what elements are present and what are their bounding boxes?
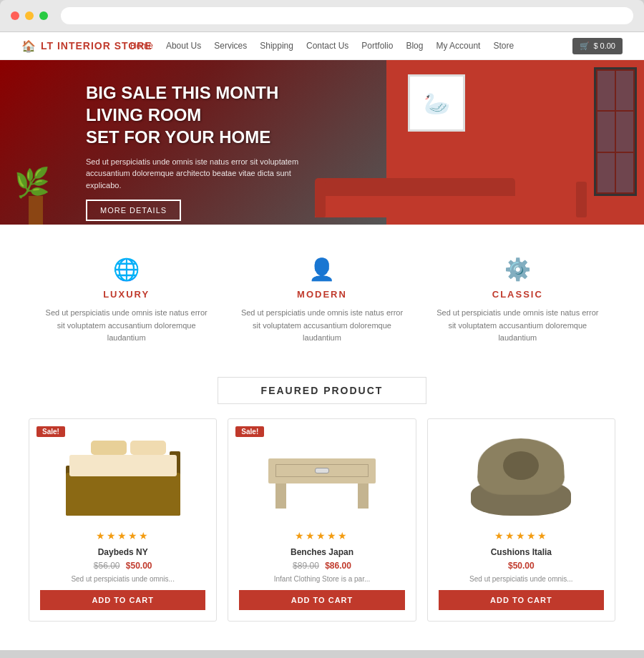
cart-icon: 🛒 xyxy=(580,41,590,51)
featured-section: FEAURED PRODUCT Sale! xyxy=(0,377,644,650)
website: 🏠 LT INTERIOR STORE Home About Us Servic… xyxy=(0,32,644,650)
product-card-3: ★★★★★ Cushions Italia $50.00 Sed ut pers… xyxy=(427,418,615,622)
cushion-center xyxy=(503,451,539,480)
nav-contact[interactable]: Contact Us xyxy=(306,41,348,51)
product-card-2: Sale! ★★★★★ Benches Japan $89.00 xyxy=(228,418,416,622)
nav-portfolio[interactable]: Portfolio xyxy=(361,41,393,51)
feature-modern: 👤 MODERN Sed ut perspiciatis unde omnis … xyxy=(224,250,419,352)
browser-chrome xyxy=(0,0,644,32)
sale-badge-2: Sale! xyxy=(235,426,264,437)
product-desc-2: Infant Clothing Store is a par... xyxy=(239,575,404,583)
hero-title-line3: SET FOR YOUR HOME xyxy=(86,126,301,148)
bed-pillow-2 xyxy=(91,441,127,455)
window-pane xyxy=(616,112,633,151)
bed-pillow-1 xyxy=(130,441,166,455)
bench-illustration xyxy=(268,444,376,509)
feature-classic: ⚙️ CLASSIC Sed ut perspiciatis unde omni… xyxy=(420,250,615,352)
window-pane xyxy=(597,71,615,110)
feature-luxury: 🌐 LUXURY Sed ut perspiciatis unde omnis … xyxy=(29,250,224,352)
product-name-3: Cushions Italia xyxy=(439,547,604,557)
price-old-2: $89.00 xyxy=(293,561,319,571)
modern-icon: 👤 xyxy=(238,257,405,282)
products-grid: Sale! ★★★★★ Daybeds NY xyxy=(29,418,615,622)
nav-blog[interactable]: Blog xyxy=(406,41,423,51)
product-name-1: Daybeds NY xyxy=(40,547,205,557)
nav-myaccount[interactable]: My Account xyxy=(436,41,480,51)
window-pane xyxy=(616,153,633,192)
site-header: 🏠 LT INTERIOR STORE Home About Us Servic… xyxy=(0,32,644,60)
sale-badge-1: Sale! xyxy=(36,426,65,437)
nav-services[interactable]: Services xyxy=(214,41,247,51)
product-image-3 xyxy=(439,430,604,523)
product-price-3: $50.00 xyxy=(439,561,604,571)
featured-title: FEAURED PRODUCT xyxy=(218,377,427,404)
product-price-1: $56.00 $50.00 xyxy=(40,561,205,571)
modern-description: Sed ut perspiciatis unde omnis iste natu… xyxy=(238,307,405,345)
cart-amount: $ 0.00 xyxy=(593,41,615,50)
luxury-icon: 🌐 xyxy=(43,257,210,282)
hero-title-line1: BIG SALE THIS MONTH xyxy=(86,82,301,104)
add-to-cart-3[interactable]: ADD TO CART xyxy=(439,590,604,610)
hero-description: Sed ut perspiciatis unde omnis iste natu… xyxy=(86,156,301,192)
modern-title: MODERN xyxy=(238,289,405,300)
bench-leg-right xyxy=(358,483,369,509)
browser-close-dot[interactable] xyxy=(11,11,19,20)
browser-minimize-dot[interactable] xyxy=(25,11,34,20)
price-new-3: $50.00 xyxy=(508,561,535,571)
window-pane xyxy=(597,112,615,151)
browser-maximize-dot[interactable] xyxy=(39,11,48,20)
bed-frame xyxy=(66,473,180,516)
product-stars-1: ★★★★★ xyxy=(40,530,205,541)
main-nav: Home About Us Services Shipping Contact … xyxy=(130,41,514,51)
product-name-2: Benches Japan xyxy=(239,547,404,557)
bed-illustration xyxy=(66,437,180,516)
add-to-cart-2[interactable]: ADD TO CART xyxy=(239,590,404,610)
luxury-title: LUXURY xyxy=(43,289,210,300)
luxury-description: Sed ut perspiciatis unde omnis iste natu… xyxy=(43,307,210,345)
hero-content: BIG SALE THIS MONTH LIVING ROOM SET FOR … xyxy=(86,82,301,221)
add-to-cart-1[interactable]: ADD TO CART xyxy=(40,590,205,610)
wall-frame-decoration: 🦢 xyxy=(408,74,465,132)
product-image-2 xyxy=(239,430,404,523)
price-new-2: $86.00 xyxy=(325,561,351,571)
cushion-illustration xyxy=(471,437,571,516)
price-old-1: $56.00 xyxy=(94,561,120,571)
product-stars-2: ★★★★★ xyxy=(239,530,404,541)
cart-button[interactable]: 🛒 $ 0.00 xyxy=(572,38,623,54)
nav-about[interactable]: About Us xyxy=(166,41,201,51)
hero-right-panel: 🦢 xyxy=(386,60,644,225)
product-image-1 xyxy=(40,430,205,523)
logo-icon: 🏠 xyxy=(21,39,36,53)
window-decoration xyxy=(594,67,637,196)
logo[interactable]: 🏠 LT INTERIOR STORE xyxy=(21,39,152,53)
nav-shipping[interactable]: Shipping xyxy=(260,41,293,51)
hero-banner: 🦢 xyxy=(0,60,644,225)
hero-cta-button[interactable]: MORE DETAILS xyxy=(86,200,181,221)
product-stars-3: ★★★★★ xyxy=(439,530,604,541)
classic-description: Sed ut perspiciatis unde omnis iste natu… xyxy=(434,307,601,345)
features-section: 🌐 LUXURY Sed ut perspiciatis unde omnis … xyxy=(0,225,644,377)
product-desc-3: Sed ut perspiciatis unde omnis... xyxy=(439,575,604,583)
price-new-1: $50.00 xyxy=(126,561,152,571)
product-card-1: Sale! ★★★★★ Daybeds NY xyxy=(29,418,217,622)
window-pane xyxy=(616,71,633,110)
classic-icon: ⚙️ xyxy=(434,257,601,282)
bench-leg-left xyxy=(275,483,286,509)
hero-title: BIG SALE THIS MONTH LIVING ROOM SET FOR … xyxy=(86,82,301,149)
bench-handle xyxy=(315,468,329,473)
address-bar[interactable] xyxy=(61,7,633,24)
featured-header: FEAURED PRODUCT xyxy=(29,377,615,404)
hero-title-line2: LIVING ROOM xyxy=(86,104,301,126)
product-desc-1: Sed ut perspiciatis unde omnis... xyxy=(40,575,205,583)
bed-mattress xyxy=(69,455,177,476)
logo-text: LT INTERIOR STORE xyxy=(41,40,152,51)
product-price-2: $89.00 $86.00 xyxy=(239,561,404,571)
window-pane xyxy=(597,153,615,192)
nav-store[interactable]: Store xyxy=(493,41,514,51)
page-wrapper: 🏠 LT INTERIOR STORE Home About Us Servic… xyxy=(0,0,644,650)
classic-title: CLASSIC xyxy=(434,289,601,300)
plant-decoration xyxy=(14,139,57,225)
